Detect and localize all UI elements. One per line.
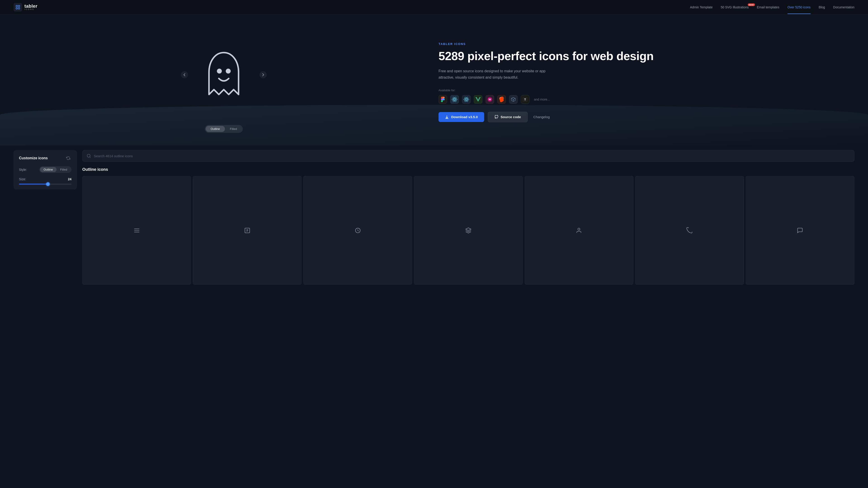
platform-icons: W bbox=[438, 95, 855, 104]
svg-rect-3 bbox=[18, 7, 20, 9]
tools-section: Customize icons Style: Outline Filled Si… bbox=[0, 145, 868, 294]
and-more-text: and more... bbox=[534, 98, 550, 101]
customize-header: Customize icons bbox=[19, 155, 71, 161]
svg-rect-0 bbox=[16, 5, 18, 6]
source-label: Source code bbox=[501, 115, 521, 119]
source-code-button[interactable]: Source code bbox=[488, 112, 528, 122]
icon-cell[interactable] bbox=[525, 176, 633, 285]
platform-figma bbox=[438, 95, 447, 104]
svg-point-13 bbox=[466, 99, 467, 100]
tools-layout: Customize icons Style: Outline Filled Si… bbox=[13, 150, 855, 285]
size-row: Size: 24 bbox=[19, 177, 71, 181]
changelog-button[interactable]: Changelog bbox=[531, 112, 552, 122]
svg-point-5 bbox=[226, 68, 231, 73]
navbar: tabler ICONS Admin Template 50 SVG Illus… bbox=[0, 0, 868, 14]
github-icon bbox=[494, 115, 498, 119]
nav-links: Admin Template 50 SVG Illustrations New!… bbox=[690, 5, 855, 9]
icon-style-toggle: Outline Filled bbox=[205, 125, 243, 133]
svg-text:W: W bbox=[489, 98, 491, 101]
style-filled-btn[interactable]: Filled bbox=[225, 126, 242, 132]
logo-text: tabler ICONS bbox=[24, 4, 37, 10]
nav-badge-new: New! bbox=[748, 3, 755, 6]
size-slider[interactable] bbox=[19, 184, 71, 185]
logo[interactable]: tabler ICONS bbox=[13, 3, 37, 11]
carousel-next[interactable] bbox=[259, 71, 267, 78]
style-toggle-outline[interactable]: Outline bbox=[40, 167, 57, 172]
svg-rect-1 bbox=[18, 5, 20, 6]
nav-documentation[interactable]: Documentation bbox=[833, 5, 855, 9]
ghost-icon bbox=[197, 48, 251, 102]
customize-panel: Customize icons Style: Outline Filled Si… bbox=[13, 150, 77, 190]
size-slider-fill bbox=[19, 184, 48, 185]
svg-point-4 bbox=[217, 68, 222, 73]
logo-icon bbox=[13, 3, 22, 11]
hero-carousel bbox=[181, 32, 267, 118]
svg-point-20 bbox=[87, 154, 90, 157]
hero-section: Outline Filled TABLER ICONS 5289 pixel-p… bbox=[0, 14, 868, 145]
hero-actions: Download v3.5.0 Source code Changelog bbox=[438, 112, 855, 122]
svg-text:T: T bbox=[524, 98, 526, 101]
size-label: Size: bbox=[19, 177, 26, 181]
search-area: Outline icons bbox=[82, 150, 855, 285]
size-slider-thumb[interactable] bbox=[46, 182, 50, 186]
search-icon bbox=[87, 154, 91, 158]
hero-title: 5289 pixel-perfect icons for web design bbox=[438, 50, 855, 63]
download-icon bbox=[445, 115, 449, 119]
svg-point-23 bbox=[578, 228, 580, 230]
icons-section-title: Outline icons bbox=[82, 167, 855, 172]
platform-react-native bbox=[462, 95, 471, 104]
nav-svg-wrapper: 50 SVG Illustrations New! bbox=[721, 5, 749, 9]
style-label: Style: bbox=[19, 168, 27, 171]
icon-cell[interactable] bbox=[303, 176, 412, 285]
style-row: Style: Outline Filled bbox=[19, 166, 71, 173]
download-button[interactable]: Download v3.5.0 bbox=[438, 112, 484, 122]
search-bar bbox=[82, 150, 855, 162]
icons-section: Outline icons bbox=[82, 167, 855, 285]
available-label: Available for: bbox=[438, 89, 855, 92]
size-value: 24 bbox=[68, 177, 71, 181]
platform-svelte bbox=[497, 95, 506, 104]
size-slider-container bbox=[19, 184, 71, 185]
icon-cell[interactable] bbox=[193, 176, 302, 285]
platform-package bbox=[509, 95, 518, 104]
icon-cell[interactable] bbox=[82, 176, 191, 285]
style-toggle-filled[interactable]: Filled bbox=[57, 167, 71, 172]
style-toggle: Outline Filled bbox=[39, 166, 71, 173]
hero-available: Available for: bbox=[438, 89, 855, 104]
platform-react bbox=[450, 95, 459, 104]
platform-vue bbox=[474, 95, 483, 104]
platform-fontt: T bbox=[521, 95, 529, 104]
nav-email-templates[interactable]: Email templates bbox=[757, 5, 779, 9]
hero-description: Free and open source icons designed to m… bbox=[438, 68, 547, 80]
nav-blog[interactable]: Blog bbox=[819, 5, 825, 9]
hero-content: TABLER ICONS 5289 pixel-perfect icons fo… bbox=[434, 42, 855, 122]
style-outline-btn[interactable]: Outline bbox=[206, 126, 225, 132]
icon-cell[interactable] bbox=[635, 176, 744, 285]
refresh-icon[interactable] bbox=[65, 155, 71, 161]
icon-cell[interactable] bbox=[746, 176, 855, 285]
platform-webcomponents: W bbox=[486, 95, 494, 104]
hero-eyebrow: TABLER ICONS bbox=[438, 42, 855, 46]
download-label: Download v3.5.0 bbox=[451, 115, 478, 119]
svg-rect-2 bbox=[16, 7, 18, 9]
carousel-prev[interactable] bbox=[181, 71, 188, 78]
nav-admin-template[interactable]: Admin Template bbox=[690, 5, 712, 9]
icons-grid bbox=[82, 176, 855, 285]
icon-cell[interactable] bbox=[414, 176, 523, 285]
nav-svg-illustrations[interactable]: 50 SVG Illustrations bbox=[721, 5, 749, 9]
nav-over-icons[interactable]: Over 5250 icons bbox=[787, 5, 811, 9]
hero-illustration: Outline Filled bbox=[13, 32, 434, 133]
search-input[interactable] bbox=[94, 154, 850, 158]
logo-title: tabler bbox=[24, 4, 37, 8]
logo-subtitle: ICONS bbox=[24, 8, 37, 10]
customize-title: Customize icons bbox=[19, 156, 48, 160]
svg-point-9 bbox=[454, 99, 455, 100]
